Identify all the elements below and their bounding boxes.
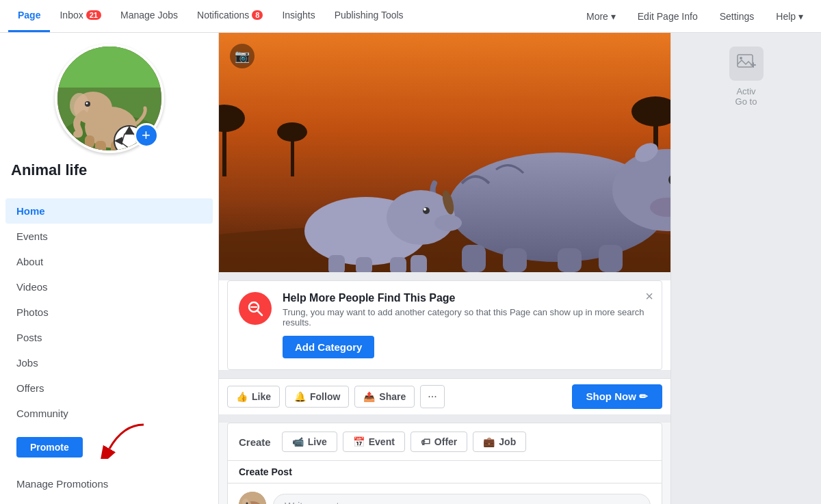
svg-point-37 [423,208,426,211]
nav-help-button[interactable]: Help ▾ [766,7,813,26]
nav-label-manage-jobs: Manage Jobs [120,10,178,21]
sidebar-item-offers[interactable]: Offers [5,375,213,401]
right-panel: Activ Go to [670,33,821,504]
nav-item-page[interactable]: Page [8,0,50,32]
nav-item-publishing-tools[interactable]: Publishing Tools [325,0,413,32]
svg-point-36 [423,207,430,214]
svg-point-18 [277,122,307,142]
cover-photo: 📷 [219,33,670,272]
right-panel-active-text: Activ [736,86,755,96]
add-category-button[interactable]: Add Category [283,336,374,358]
right-panel-icon [729,47,764,81]
create-toolbar: Create 📹 Live 📅 Event 🏷 Offer 💼 [228,423,662,461]
live-label: Live [308,436,327,447]
notification-description: Trung, you may want to add another categ… [283,307,651,328]
svg-rect-31 [558,248,582,272]
red-arrow-indicator [96,421,151,459]
event-button[interactable]: 📅 Event [343,432,405,452]
sidebar-item-home[interactable]: Home [5,198,213,224]
like-icon: 👍 [236,391,248,402]
nav-right-buttons: More ▾ Edit Page Info Settings Help ▾ [577,7,821,26]
nav-label-notifications: Notifications [197,10,249,21]
svg-rect-38 [328,255,345,272]
sidebar-item-about[interactable]: About [5,249,213,274]
nav-item-manage-jobs[interactable]: Manage Jobs [111,0,187,32]
like-label: Like [252,391,271,402]
sidebar-item-videos[interactable]: Videos [5,274,213,300]
right-panel-goto-text: Go to [735,96,757,107]
svg-rect-8 [95,141,106,153]
nav-items: Page Inbox 21 Manage Jobs Notifications … [8,0,577,32]
follow-icon: 🔔 [294,391,306,402]
page-name: Animal life [11,161,87,179]
svg-rect-30 [503,248,527,272]
profile-area: + Animal life [0,44,218,198]
nav-item-notifications[interactable]: Notifications 8 [187,0,272,32]
nav-settings-button[interactable]: Settings [710,7,764,26]
create-post-area: Write a post... [228,483,662,504]
nav-more-button[interactable]: More ▾ [577,7,625,26]
event-label: Event [369,436,395,447]
main-layout: + Animal life Home Events About Videos P… [0,33,821,504]
sidebar-item-jobs[interactable]: Jobs [5,350,213,375]
live-button[interactable]: 📹 Live [282,432,337,452]
sidebar-navigation: Home Events About Videos Photos Posts Jo… [0,198,218,426]
notification-banner: Help More People Find This Page Trung, y… [227,280,662,370]
event-icon: 📅 [353,436,365,447]
sidebar-item-photos[interactable]: Photos [5,300,213,325]
svg-point-7 [86,103,88,105]
follow-button[interactable]: 🔔 Follow [285,386,349,408]
manage-promotions-link[interactable]: Manage Promotions [0,473,218,495]
nav-item-insights[interactable]: Insights [272,0,324,32]
svg-rect-17 [291,135,294,176]
svg-rect-10 [85,135,94,148]
svg-point-53 [740,57,742,59]
svg-point-42 [434,215,462,231]
create-area: Create 📹 Live 📅 Event 🏷 Offer 💼 [227,423,662,504]
sidebar-item-community[interactable]: Community [5,401,213,426]
shop-now-button[interactable]: Shop Now ✏ [572,384,663,409]
job-icon: 💼 [483,436,495,447]
job-label: Job [499,436,516,447]
svg-rect-52 [738,55,753,67]
search-icon [246,300,264,317]
camera-icon[interactable]: 📷 [230,44,255,68]
nav-edit-page-info-button[interactable]: Edit Page Info [628,7,707,26]
nav-label-insights: Insights [282,10,315,21]
like-button[interactable]: 👍 Like [227,386,280,408]
notification-close-button[interactable]: × [645,289,653,303]
top-navigation: Page Inbox 21 Manage Jobs Notifications … [0,0,821,33]
inbox-badge: 21 [86,10,101,20]
share-icon: 📤 [363,391,375,402]
share-button[interactable]: 📤 Share [354,386,415,408]
offer-label: Offer [434,436,457,447]
nav-label-inbox: Inbox [60,10,83,21]
sidebar: + Animal life Home Events About Videos P… [0,33,219,504]
nav-item-inbox[interactable]: Inbox 21 [50,0,111,32]
sidebar-item-posts[interactable]: Posts [5,325,213,350]
more-options-button[interactable]: ··· [420,385,444,408]
follow-label: Follow [310,391,340,402]
job-button[interactable]: 💼 Job [473,432,526,452]
create-post-label: Create Post [228,461,662,483]
add-photo-button[interactable]: + [134,123,159,148]
notifications-badge: 8 [252,10,263,20]
svg-rect-29 [462,245,486,272]
nav-label-publishing-tools: Publishing Tools [335,10,404,21]
sidebar-item-events[interactable]: Events [5,224,213,249]
action-bar: 👍 Like 🔔 Follow 📤 Share ··· Shop Now ✏ [219,378,670,414]
post-input[interactable]: Write a post... [273,494,651,505]
svg-rect-2 [57,47,164,88]
live-icon: 📹 [292,436,304,447]
nav-label-page: Page [18,10,40,21]
right-panel-inner: Activ Go to [671,33,821,504]
svg-rect-40 [390,257,406,272]
profile-picture-wrap: + [55,44,164,153]
promote-button[interactable]: Promote [16,437,83,457]
offer-button[interactable]: 🏷 Offer [410,432,467,452]
post-avatar [239,492,266,504]
image-add-icon [736,53,757,74]
notification-title: Help More People Find This Page [283,292,651,304]
svg-rect-32 [599,245,623,272]
create-label: Create [239,436,271,448]
